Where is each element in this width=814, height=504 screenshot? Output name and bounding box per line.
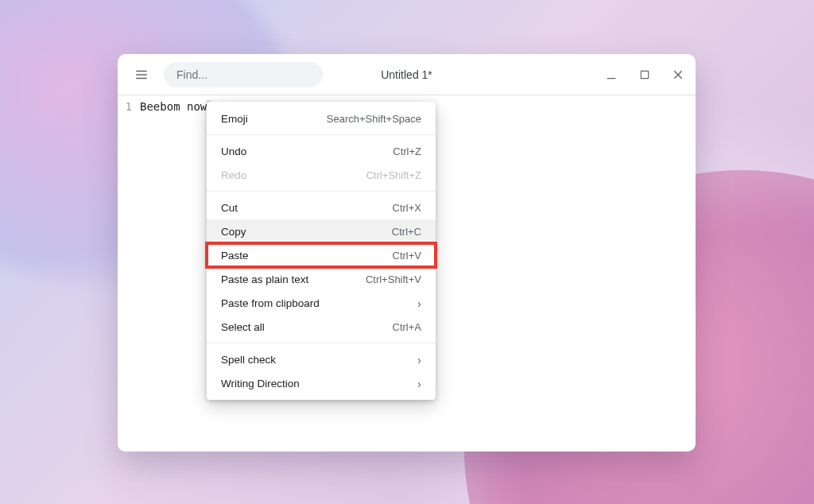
minimize-icon [605, 68, 618, 81]
menu-item-label: Paste from clipboard [221, 297, 320, 309]
menu-separator [207, 191, 436, 192]
menu-item-paste-from-clipboard[interactable]: Paste from clipboard› [207, 291, 436, 315]
menu-item-spell-check[interactable]: Spell check› [207, 347, 436, 371]
code-text: Beebom now [140, 100, 207, 113]
menu-item-shortcut: Ctrl+C [392, 226, 421, 238]
menu-item-cut[interactable]: CutCtrl+X [207, 196, 436, 219]
menu-item-paste-as-plain-text[interactable]: Paste as plain textCtrl+Shift+V [207, 267, 436, 291]
menu-separator [207, 134, 436, 135]
menu-item-emoji[interactable]: EmojiSearch+Shift+Space [207, 107, 436, 130]
window-title: Untitled 1* [381, 68, 432, 81]
menu-item-copy[interactable]: CopyCtrl+C [207, 219, 436, 243]
maximize-button[interactable] [637, 67, 653, 83]
titlebar: Untitled 1* [118, 54, 696, 95]
svg-rect-4 [641, 71, 648, 78]
menu-item-label: Copy [221, 226, 246, 238]
menu-item-label: Redo [221, 169, 246, 181]
menu-item-label: Paste [221, 250, 249, 262]
menu-button[interactable] [127, 60, 156, 89]
chevron-right-icon: › [417, 353, 421, 366]
hamburger-icon [134, 68, 149, 82]
menu-item-shortcut: Ctrl+V [393, 250, 421, 262]
menu-item-shortcut: Ctrl+Z [393, 145, 421, 157]
menu-item-shortcut: Ctrl+X [393, 202, 421, 214]
menu-item-redo: RedoCtrl+Shift+Z [207, 163, 436, 187]
maximize-icon [639, 69, 650, 80]
menu-item-label: Cut [221, 202, 238, 214]
menu-item-shortcut: Ctrl+A [393, 321, 421, 333]
menu-item-select-all[interactable]: Select allCtrl+A [207, 315, 436, 339]
close-icon [672, 68, 684, 81]
line-number: 1 [118, 100, 132, 113]
menu-item-undo[interactable]: UndoCtrl+Z [207, 139, 436, 163]
find-input[interactable] [164, 62, 323, 87]
menu-item-label: Undo [221, 145, 246, 157]
menu-item-shortcut: Ctrl+Shift+V [366, 273, 421, 285]
menu-item-writing-direction[interactable]: Writing Direction› [207, 371, 436, 395]
line-gutter: 1 [118, 95, 135, 452]
minimize-button[interactable] [603, 67, 619, 83]
menu-item-label: Spell check [221, 354, 276, 366]
window-controls [603, 67, 686, 83]
chevron-right-icon: › [417, 297, 421, 310]
menu-item-label: Paste as plain text [221, 273, 308, 285]
menu-item-shortcut: Search+Shift+Space [327, 113, 421, 125]
menu-item-shortcut: Ctrl+Shift+Z [366, 169, 421, 181]
menu-item-label: Select all [221, 321, 265, 333]
chevron-right-icon: › [417, 377, 421, 390]
menu-item-label: Writing Direction [221, 378, 300, 390]
menu-item-paste[interactable]: PasteCtrl+V [207, 243, 436, 267]
menu-item-label: Emoji [221, 113, 248, 125]
close-button[interactable] [670, 67, 686, 83]
menu-separator [207, 343, 436, 343]
context-menu: EmojiSearch+Shift+SpaceUndoCtrl+ZRedoCtr… [207, 102, 436, 400]
